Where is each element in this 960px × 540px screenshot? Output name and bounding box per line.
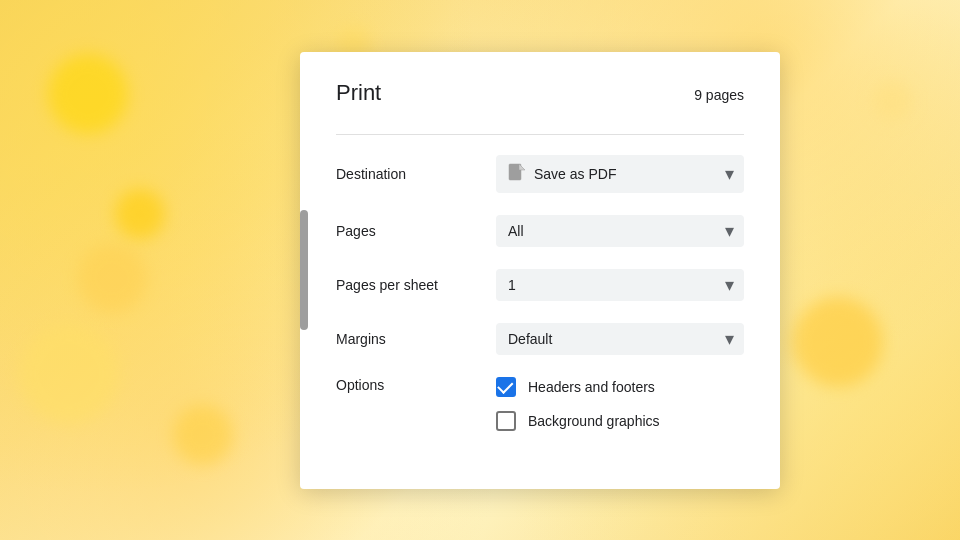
margins-row: Margins Default ▾	[336, 323, 744, 355]
pdf-icon	[508, 163, 526, 185]
pages-select[interactable]: All	[496, 215, 744, 247]
options-control: Headers and footers Background graphics	[496, 377, 744, 431]
margins-value: Default	[508, 331, 552, 347]
destination-control: Save as PDF ▾	[496, 155, 744, 193]
background-graphics-label: Background graphics	[528, 413, 660, 429]
options-list: Headers and footers Background graphics	[496, 377, 744, 431]
bokeh-9	[77, 243, 147, 313]
margins-control: Default ▾	[496, 323, 744, 355]
bokeh-1	[48, 54, 128, 134]
margins-select-wrapper: Default ▾	[496, 323, 744, 355]
print-panel: Print 9 pages Destination Save as PDF	[300, 52, 780, 489]
destination-label: Destination	[336, 166, 496, 182]
scroll-indicator[interactable]	[300, 210, 308, 330]
pages-label: Pages	[336, 223, 496, 239]
page-count: 9 pages	[694, 87, 744, 103]
pages-per-sheet-row: Pages per sheet 1 ▾	[336, 269, 744, 301]
pages-per-sheet-value: 1	[508, 277, 516, 293]
pages-per-sheet-select-wrapper: 1 ▾	[496, 269, 744, 301]
bokeh-6	[793, 297, 883, 387]
pages-per-sheet-control: 1 ▾	[496, 269, 744, 301]
pages-per-sheet-label: Pages per sheet	[336, 277, 496, 293]
background-graphics-option: Background graphics	[496, 411, 744, 431]
margins-select[interactable]: Default	[496, 323, 744, 355]
pages-select-wrapper: All ▾	[496, 215, 744, 247]
options-label: Options	[336, 377, 496, 393]
headers-footers-label: Headers and footers	[528, 379, 655, 395]
destination-select-wrapper: Save as PDF ▾	[496, 155, 744, 193]
destination-row: Destination Save as PDF ▾	[336, 155, 744, 193]
panel-header: Print 9 pages	[336, 80, 744, 106]
options-row: Options Headers and footers Background g…	[336, 377, 744, 431]
pages-row: Pages All ▾	[336, 215, 744, 247]
panel-title: Print	[336, 80, 381, 106]
destination-value: Save as PDF	[534, 166, 616, 182]
headers-footers-option: Headers and footers	[496, 377, 744, 397]
header-divider	[336, 134, 744, 135]
bokeh-5	[872, 81, 912, 121]
background-graphics-checkbox[interactable]	[496, 411, 516, 431]
bokeh-2	[115, 189, 165, 239]
bokeh-3	[19, 324, 119, 424]
headers-footers-checkbox[interactable]	[496, 377, 516, 397]
destination-select[interactable]: Save as PDF	[496, 155, 744, 193]
pages-per-sheet-select[interactable]: 1	[496, 269, 744, 301]
margins-label: Margins	[336, 331, 496, 347]
bokeh-4	[173, 405, 233, 465]
pages-value: All	[508, 223, 524, 239]
pages-control: All ▾	[496, 215, 744, 247]
